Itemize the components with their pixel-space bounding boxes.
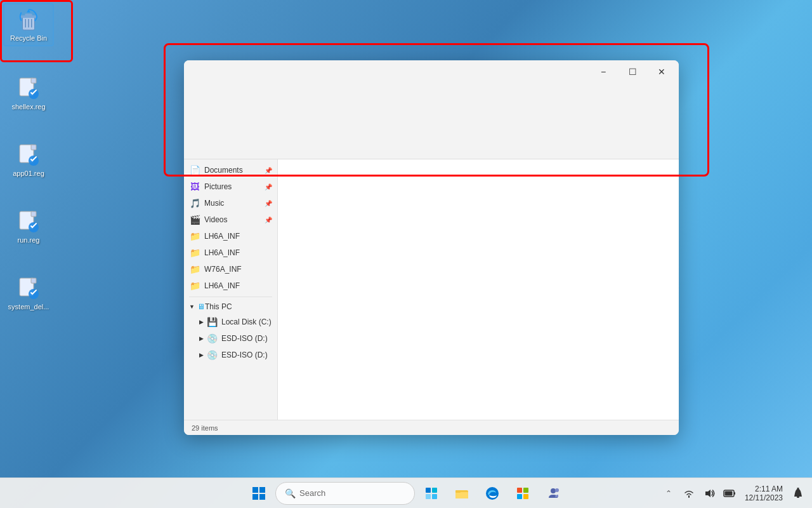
volume-icon[interactable]: [700, 482, 718, 505]
svg-point-37: [551, 488, 556, 493]
sidebar-videos-label: Videos: [204, 215, 227, 224]
svg-rect-22: [252, 487, 258, 493]
sidebar-item-pictures[interactable]: 🖼 Pictures 📌: [184, 178, 277, 195]
sidebar: 📄 Documents 📌 🖼 Pictures 📌 🎵 Music 📌 🎬 V…: [184, 159, 278, 420]
toolbar-area: [184, 83, 679, 159]
desktop-icon-systemdel[interactable]: system_del...: [3, 273, 54, 314]
svg-rect-25: [259, 494, 265, 500]
clock-date: 12/11/2023: [745, 493, 783, 502]
store-button[interactable]: [509, 481, 537, 506]
this-pc-label: This PC: [205, 302, 232, 311]
sidebar-item-lh6a-1[interactable]: 📁 LH6A_INF: [184, 228, 277, 244]
taskbar-right: ⌃: [660, 481, 812, 506]
start-button[interactable]: [245, 481, 273, 506]
maximize-button[interactable]: ☐: [618, 62, 647, 82]
systemdel-file-icon: [16, 276, 41, 301]
pictures-icon: 🖼: [189, 181, 200, 192]
videos-icon: 🎬: [189, 214, 200, 225]
esd-iso-2-icon: 💿: [206, 349, 218, 361]
app01-file-icon: [16, 142, 41, 168]
wifi-icon[interactable]: [680, 482, 698, 505]
folder-icon-2: 📁: [189, 247, 200, 258]
music-pin-icon: 📌: [265, 200, 272, 207]
notification-button[interactable]: [789, 482, 807, 505]
file-explorer-taskbar-button[interactable]: [448, 481, 476, 506]
nav-area: 📄 Documents 📌 🖼 Pictures 📌 🎵 Music 📌 🎬 V…: [184, 159, 679, 420]
sidebar-local-disk-label: Local Disk (C:): [221, 318, 272, 326]
tray-overflow-button[interactable]: ⌃: [660, 482, 678, 505]
svg-rect-33: [517, 488, 522, 493]
overflow-icon: ⌃: [665, 489, 672, 498]
recycle-bin-icon: [16, 7, 41, 32]
svg-rect-8: [31, 78, 36, 83]
videos-pin-icon: 📌: [265, 217, 272, 224]
svg-rect-43: [797, 497, 799, 498]
main-content[interactable]: [278, 159, 679, 420]
sidebar-pictures-label: Pictures: [204, 182, 232, 191]
sidebar-item-videos[interactable]: 🎬 Videos 📌: [184, 211, 277, 228]
recycle-bin-label: Recycle Bin: [10, 34, 47, 43]
systemdel-label: system_del...: [8, 303, 49, 311]
system-tray: ⌃: [660, 482, 738, 505]
sidebar-lh6a-1-label: LH6A_INF: [204, 232, 240, 241]
sidebar-music-label: Music: [204, 199, 224, 208]
local-disk-icon: 💾: [206, 316, 218, 328]
sidebar-local-disk[interactable]: ▶ 💾 Local Disk (C:): [184, 314, 277, 330]
svg-point-9: [29, 89, 39, 99]
desktop-icon-app01[interactable]: app01.reg: [3, 140, 54, 180]
svg-point-21: [29, 289, 39, 299]
sidebar-item-music[interactable]: 🎵 Music 📌: [184, 195, 277, 211]
sidebar-item-documents[interactable]: 📄 Documents 📌: [184, 162, 277, 178]
documents-pin-icon: 📌: [265, 167, 272, 174]
search-icon: 🔍: [285, 488, 296, 498]
title-bar: − ☐ ✕: [184, 60, 679, 83]
svg-rect-41: [734, 492, 735, 495]
search-bar[interactable]: 🔍 Search: [275, 482, 415, 505]
svg-rect-36: [523, 494, 528, 499]
svg-rect-16: [31, 211, 36, 217]
battery-icon[interactable]: [721, 482, 738, 505]
esd-iso-1-icon: 💿: [206, 333, 218, 344]
system-clock[interactable]: 2:11 AM 12/11/2023: [740, 481, 788, 506]
sidebar-item-w76a[interactable]: 📁 W76A_INF: [184, 261, 277, 277]
sidebar-separator: [189, 297, 272, 297]
status-bar: 29 items: [184, 420, 679, 435]
sidebar-this-pc-header[interactable]: ▼ 🖥 This PC: [184, 300, 277, 314]
search-placeholder: Search: [299, 488, 325, 498]
shellex-label: shellex.reg: [11, 103, 45, 111]
sidebar-lh6a-3-label: LH6A_INF: [204, 281, 240, 290]
sidebar-item-lh6a-3[interactable]: 📁 LH6A_INF: [184, 277, 277, 294]
local-disk-chevron-icon: ▶: [199, 319, 204, 325]
close-button[interactable]: ✕: [647, 62, 676, 82]
svg-rect-35: [517, 494, 522, 499]
sidebar-esd-iso-2[interactable]: ▶ 💿 ESD-ISO (D:): [184, 347, 277, 363]
desktop-icon-run[interactable]: run.reg: [3, 206, 54, 247]
file-explorer-window: − ☐ ✕ 📄 Documents 📌 🖼 Pictures 📌 🎵 Music…: [184, 60, 679, 435]
sidebar-esd-iso-2-label: ESD-ISO (D:): [221, 351, 268, 359]
run-label: run.reg: [18, 236, 40, 244]
svg-marker-39: [705, 490, 710, 497]
sidebar-w76a-label: W76A_INF: [204, 265, 242, 274]
svg-rect-26: [426, 488, 431, 493]
svg-rect-31: [455, 490, 461, 493]
svg-rect-2: [25, 14, 32, 17]
edge-button[interactable]: [478, 481, 506, 506]
pictures-pin-icon: 📌: [265, 184, 272, 190]
taskbar: 🔍 Search: [0, 478, 812, 508]
svg-rect-20: [31, 278, 36, 283]
desktop-icon-shellex[interactable]: shellex.reg: [3, 73, 54, 114]
folder-icon-4: 📁: [189, 280, 200, 291]
svg-rect-29: [432, 494, 437, 499]
sidebar-esd-iso-1[interactable]: ▶ 💿 ESD-ISO (D:): [184, 330, 277, 347]
folder-icon-1: 📁: [189, 231, 200, 242]
svg-point-13: [29, 156, 39, 166]
desktop-icon-recycle-bin[interactable]: Recycle Bin: [3, 3, 54, 46]
sidebar-lh6a-2-label: LH6A_INF: [204, 248, 240, 257]
minimize-button[interactable]: −: [589, 62, 618, 82]
teams-button[interactable]: [539, 481, 567, 506]
widgets-button[interactable]: [417, 481, 445, 506]
sidebar-item-lh6a-2[interactable]: 📁 LH6A_INF: [184, 244, 277, 261]
clock-time: 2:11 AM: [755, 485, 783, 493]
svg-point-17: [29, 222, 39, 232]
app01-label: app01.reg: [13, 170, 44, 178]
